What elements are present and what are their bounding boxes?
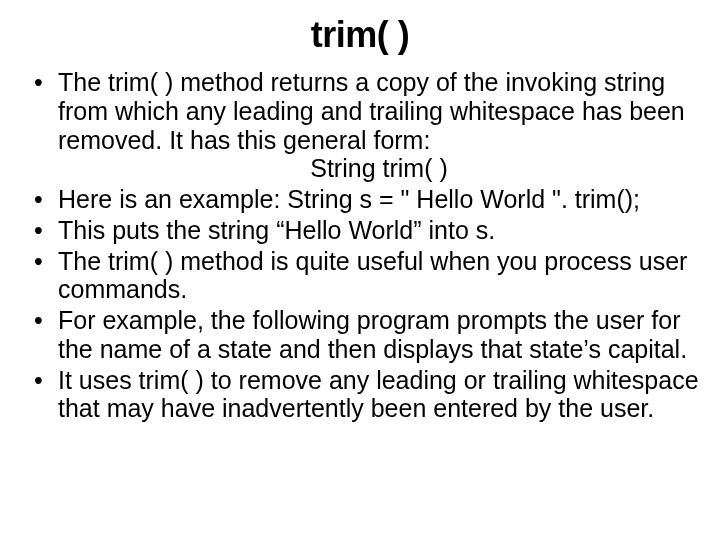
bullet-text: Here is an example: String s = " Hello W…	[58, 185, 640, 213]
list-item: The trim( ) method is quite useful when …	[58, 247, 700, 305]
list-item: The trim( ) method returns a copy of the…	[58, 68, 700, 183]
page-title: trim( )	[20, 14, 700, 56]
bullet-text: The trim( ) method returns a copy of the…	[58, 68, 685, 154]
list-item: For example, the following program promp…	[58, 306, 700, 364]
slide: trim( ) The trim( ) method returns a cop…	[0, 0, 720, 540]
bullet-text: For example, the following program promp…	[58, 306, 687, 363]
list-item: This puts the string “Hello World” into …	[58, 216, 700, 245]
bullet-list: The trim( ) method returns a copy of the…	[20, 68, 700, 423]
bullet-subline: String trim( )	[58, 154, 700, 183]
list-item: Here is an example: String s = " Hello W…	[58, 185, 700, 214]
bullet-text: This puts the string “Hello World” into …	[58, 216, 495, 244]
bullet-text: It uses trim( ) to remove any leading or…	[58, 366, 699, 423]
list-item: It uses trim( ) to remove any leading or…	[58, 366, 700, 424]
bullet-text: The trim( ) method is quite useful when …	[58, 247, 687, 304]
